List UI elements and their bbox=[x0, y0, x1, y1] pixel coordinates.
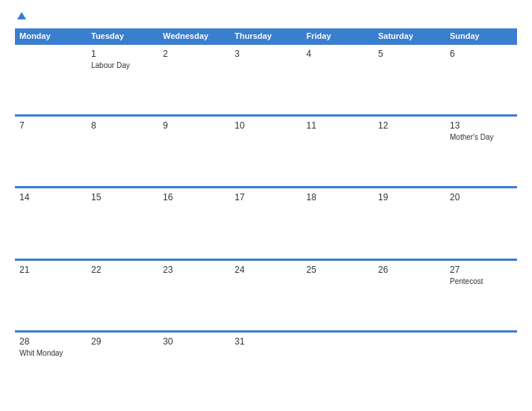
cal-cell: 13Mother's Day bbox=[445, 117, 517, 186]
day-number: 27 bbox=[450, 265, 513, 275]
logo bbox=[15, 13, 26, 21]
cal-cell bbox=[302, 333, 374, 402]
cal-cell: 22 bbox=[87, 261, 158, 330]
day-number: 26 bbox=[378, 265, 441, 275]
week-row-3: 14151617181920 bbox=[15, 187, 517, 259]
day-number: 13 bbox=[450, 120, 513, 131]
cal-cell: 4 bbox=[302, 45, 374, 114]
day-number: 22 bbox=[91, 265, 154, 275]
cal-cell: 10 bbox=[230, 117, 302, 186]
weekday-header-saturday: Saturday bbox=[374, 28, 445, 43]
cal-cell: 16 bbox=[158, 188, 230, 258]
calendar-header-row: MondayTuesdayWednesdayThursdayFridaySatu… bbox=[15, 28, 517, 43]
weekday-header-friday: Friday bbox=[302, 28, 374, 43]
week-row-1: 1Labour Day23456 bbox=[15, 43, 517, 115]
cal-cell: 14 bbox=[15, 188, 87, 258]
day-number: 6 bbox=[450, 49, 513, 59]
calendar-body: 1Labour Day2345678910111213Mother's Day1… bbox=[15, 43, 517, 402]
logo-triangle-icon bbox=[17, 12, 26, 19]
day-number: 8 bbox=[91, 120, 154, 131]
cal-cell: 23 bbox=[158, 261, 230, 330]
day-number: 31 bbox=[235, 336, 297, 347]
day-number: 10 bbox=[235, 120, 297, 131]
cal-cell: 26 bbox=[374, 261, 445, 330]
week-row-2: 78910111213Mother's Day bbox=[15, 115, 517, 187]
cal-cell: 1Labour Day bbox=[87, 45, 158, 114]
calendar-page: MondayTuesdayWednesdayThursdayFridaySatu… bbox=[0, 0, 532, 411]
cal-cell: 17 bbox=[230, 188, 302, 258]
cal-cell: 15 bbox=[87, 188, 158, 258]
day-number: 5 bbox=[378, 49, 441, 59]
day-number: 7 bbox=[19, 120, 82, 131]
cal-cell: 24 bbox=[230, 261, 302, 330]
week-row-4: 21222324252627Pentecost bbox=[15, 259, 517, 331]
day-number: 4 bbox=[306, 49, 369, 59]
weekday-header-sunday: Sunday bbox=[445, 28, 517, 43]
weekday-header-tuesday: Tuesday bbox=[87, 28, 158, 43]
week-row-5: 28Whit Monday293031 bbox=[15, 331, 517, 402]
cal-cell: 11 bbox=[302, 117, 374, 186]
day-number: 15 bbox=[91, 192, 154, 203]
cal-cell: 30 bbox=[158, 333, 230, 402]
weekday-header-monday: Monday bbox=[15, 28, 87, 43]
cal-cell: 8 bbox=[87, 117, 158, 186]
cal-cell bbox=[445, 333, 517, 402]
cal-cell: 12 bbox=[374, 117, 445, 186]
cal-cell: 2 bbox=[158, 45, 230, 114]
day-number: 20 bbox=[450, 192, 513, 203]
day-number: 2 bbox=[163, 49, 226, 59]
cal-cell: 29 bbox=[87, 333, 158, 402]
cal-cell: 3 bbox=[230, 45, 302, 114]
day-number: 29 bbox=[91, 336, 154, 347]
day-number: 21 bbox=[19, 265, 82, 275]
cal-cell: 31 bbox=[230, 333, 302, 402]
cal-cell: 18 bbox=[302, 188, 374, 258]
day-number: 23 bbox=[163, 265, 226, 275]
calendar-event: Labour Day bbox=[91, 61, 154, 70]
calendar: MondayTuesdayWednesdayThursdayFridaySatu… bbox=[15, 28, 517, 402]
day-number: 9 bbox=[163, 120, 226, 131]
day-number: 25 bbox=[306, 265, 369, 275]
cal-cell: 5 bbox=[374, 45, 445, 114]
day-number: 14 bbox=[19, 192, 82, 203]
weekday-header-wednesday: Wednesday bbox=[158, 28, 230, 43]
day-number: 12 bbox=[378, 120, 441, 131]
day-number: 19 bbox=[378, 192, 441, 203]
day-number: 28 bbox=[19, 336, 82, 347]
day-number: 11 bbox=[306, 120, 369, 131]
cal-cell bbox=[374, 333, 445, 402]
day-number: 24 bbox=[235, 265, 297, 275]
cal-cell: 7 bbox=[15, 117, 87, 186]
day-number: 3 bbox=[235, 49, 297, 59]
day-number: 1 bbox=[91, 49, 154, 59]
calendar-event: Mother's Day bbox=[450, 132, 513, 142]
cal-cell: 25 bbox=[302, 261, 374, 330]
cal-cell: 9 bbox=[158, 117, 230, 186]
header bbox=[15, 13, 517, 21]
day-number: 16 bbox=[163, 192, 226, 203]
calendar-event: Pentecost bbox=[450, 276, 513, 286]
cal-cell: 19 bbox=[374, 188, 445, 258]
cal-cell: 27Pentecost bbox=[445, 261, 517, 330]
cal-cell: 20 bbox=[445, 188, 517, 258]
day-number: 17 bbox=[235, 192, 297, 203]
day-number: 18 bbox=[306, 192, 369, 203]
cal-cell bbox=[15, 45, 87, 114]
calendar-event: Whit Monday bbox=[19, 348, 82, 358]
weekday-header-thursday: Thursday bbox=[230, 28, 302, 43]
cal-cell: 28Whit Monday bbox=[15, 333, 87, 402]
day-number: 30 bbox=[163, 336, 226, 347]
cal-cell: 21 bbox=[15, 261, 87, 330]
cal-cell: 6 bbox=[445, 45, 517, 114]
